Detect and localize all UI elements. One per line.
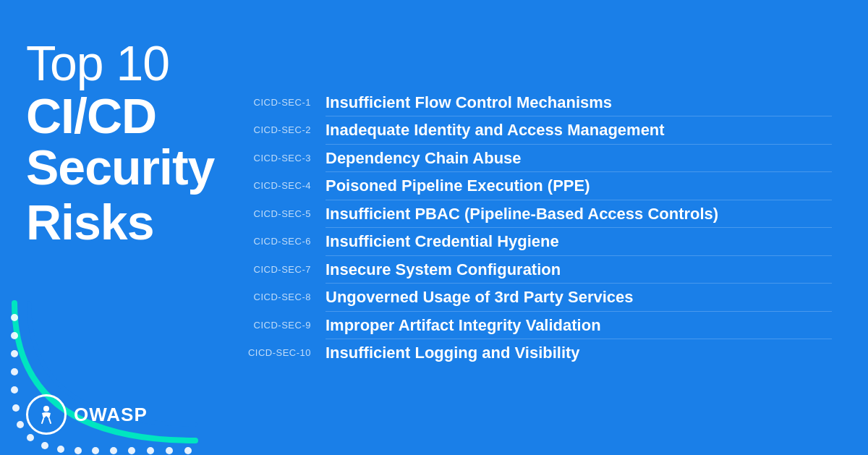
risk-code: CICD-SEC-10 [239,347,311,358]
risk-name: Dependency Chain Abuse [326,148,522,169]
svg-point-7 [27,434,34,441]
right-panel: CICD-SEC-1Insufficient Flow Control Mech… [224,0,868,455]
title-top: Top 10 [26,36,203,90]
risk-name: Insufficient Logging and Visibility [326,343,580,363]
risk-name: Insufficient Credential Hygiene [326,231,559,252]
risk-code: CICD-SEC-6 [239,236,311,247]
svg-point-14 [147,447,154,454]
svg-point-9 [57,446,64,453]
risk-item: CICD-SEC-1Insufficient Flow Control Mech… [239,89,832,116]
svg-point-8 [41,442,48,449]
owasp-label: OWASP [74,404,148,426]
risk-code: CICD-SEC-2 [239,124,311,135]
svg-point-10 [75,447,82,454]
risk-item: CICD-SEC-4Poisoned Pipeline Execution (P… [239,172,832,200]
risk-name: Ungoverned Usage of 3rd Party Services [326,287,634,307]
svg-point-15 [166,447,173,454]
owasp-logo: OWASP [26,394,148,435]
svg-point-1 [11,332,18,339]
svg-point-13 [128,447,135,454]
svg-point-17 [43,406,49,412]
risk-item: CICD-SEC-5Insufficient PBAC (Pipeline-Ba… [239,200,832,228]
risk-item: CICD-SEC-7Insecure System Configuration [239,256,832,284]
risk-item: CICD-SEC-9Improper Artifact Integrity Va… [239,312,832,339]
svg-point-11 [92,447,99,454]
owasp-circle-icon [26,394,67,435]
svg-point-3 [11,368,18,375]
risk-item: CICD-SEC-8Ungoverned Usage of 3rd Party … [239,284,832,311]
svg-point-2 [11,350,18,357]
main-container: Top 10 CI/CD Security Risks [0,0,868,455]
risk-name: Insufficient PBAC (Pipeline-Based Access… [326,204,718,224]
risk-item: CICD-SEC-10Insufficient Logging and Visi… [239,339,832,367]
risk-item: CICD-SEC-3Dependency Chain Abuse [239,145,832,172]
risk-code: CICD-SEC-4 [239,180,311,191]
svg-point-5 [12,404,20,412]
risk-item: CICD-SEC-2Inadequate Identity and Access… [239,116,832,144]
svg-point-0 [11,314,18,321]
svg-point-4 [11,386,18,394]
risk-code: CICD-SEC-1 [239,97,311,108]
title-bottom: Security [26,142,203,193]
risk-name: Insufficient Flow Control Mechanisms [326,93,612,113]
risk-name: Improper Artifact Integrity Validation [326,315,601,336]
title-middle: CI/CD [26,90,203,142]
risk-item: CICD-SEC-6Insufficient Credential Hygien… [239,228,832,255]
svg-point-16 [184,447,192,454]
risk-name: Poisoned Pipeline Execution (PPE) [326,176,590,196]
title-block: Top 10 CI/CD Security Risks [26,36,203,248]
title-risks: Risks [26,197,203,248]
risk-name: Inadequate Identity and Access Managemen… [326,120,665,140]
risk-code: CICD-SEC-7 [239,264,311,275]
svg-point-6 [17,421,24,428]
risk-code: CICD-SEC-5 [239,208,311,219]
risk-code: CICD-SEC-8 [239,292,311,302]
svg-point-12 [110,447,117,454]
left-panel: Top 10 CI/CD Security Risks [0,0,224,455]
risk-code: CICD-SEC-9 [239,320,311,331]
risk-code: CICD-SEC-3 [239,153,311,163]
risk-name: Insecure System Configuration [326,260,561,280]
